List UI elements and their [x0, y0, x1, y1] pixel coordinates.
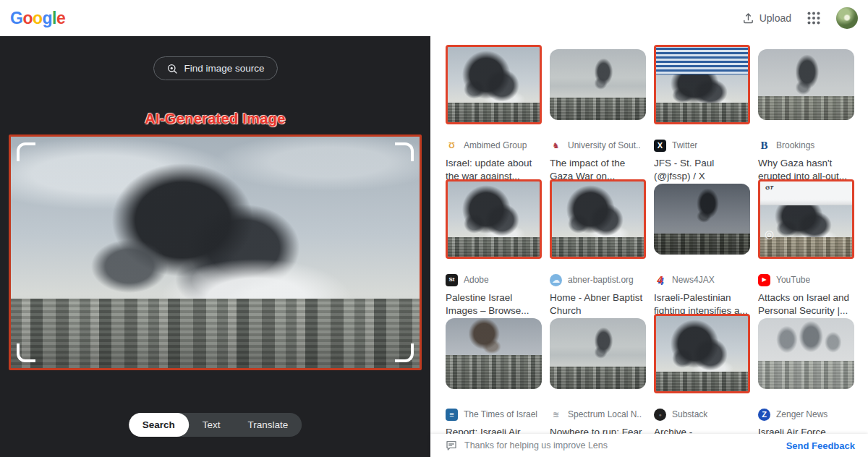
google-logo-letter: o	[33, 9, 43, 27]
google-lens-page: Google Upload Find imag	[0, 0, 868, 457]
upload-icon	[742, 12, 754, 25]
google-apps-icon[interactable]	[807, 12, 820, 25]
source-name: Substack	[672, 409, 707, 419]
source-name: University of Sout..	[568, 140, 641, 150]
result-thumbnail[interactable]	[550, 318, 646, 389]
send-feedback-link[interactable]: Send Feedback	[786, 440, 855, 451]
source-favicon-icon: St	[446, 274, 458, 286]
source-favicon-icon: ≡	[446, 409, 458, 421]
tab-translate[interactable]: Translate	[234, 413, 302, 437]
result-title[interactable]: Home - Abner Baptist Church	[550, 291, 646, 317]
thumbnail-art	[758, 96, 854, 120]
result-title[interactable]: Israeli-Palestinian fighting intensifies…	[654, 291, 750, 317]
source-name: News4JAX	[672, 275, 715, 285]
thumbnail-art	[552, 237, 644, 257]
crop-handle-bottom-left[interactable]	[17, 343, 35, 362]
user-avatar[interactable]	[836, 7, 858, 29]
result-source-row[interactable]: ♞ University of Sout..	[550, 139, 646, 152]
tab-search[interactable]: Search	[129, 413, 189, 437]
result-thumbnail[interactable]	[654, 45, 750, 124]
thumbnail-art	[446, 355, 542, 389]
source-favicon-icon: ≋	[550, 409, 562, 421]
source-name: Zenger News	[776, 409, 827, 419]
result-title[interactable]: Why Gaza hasn't erupted into all-out...	[758, 157, 854, 182]
result-card[interactable]: ▶ YouTube Attacks on Israel and Personal…	[758, 179, 854, 314]
find-image-source-button[interactable]: Find image source	[153, 56, 277, 80]
thumbnail-art	[760, 237, 852, 257]
thumbnail-art	[656, 372, 748, 391]
query-image[interactable]	[9, 134, 422, 370]
google-logo-letter: o	[22, 9, 33, 27]
result-title[interactable]: Palestine Israel Images – Browse...	[446, 291, 542, 317]
result-source-row[interactable]: ≋ Spectrum Local N..	[550, 408, 646, 421]
result-source-row[interactable]: 4 News4JAX	[654, 273, 750, 286]
source-name: Brookings	[776, 140, 814, 150]
source-favicon-icon: Z	[758, 409, 770, 421]
upload-button[interactable]: Upload	[742, 12, 791, 25]
thumbnail-art	[656, 103, 748, 122]
result-card[interactable]: X Twitter JFS - St. Paul (@jfssp) / X	[654, 45, 750, 179]
source-favicon-icon: ♞	[550, 140, 562, 152]
google-logo-letter: g	[43, 9, 53, 27]
result-thumbnail[interactable]	[654, 184, 750, 255]
thumbnail-art	[654, 234, 750, 255]
result-card[interactable]: ● Substack Archive - NEVERMORE MEDIA	[654, 314, 750, 448]
result-source-row[interactable]: ▶ YouTube	[758, 273, 854, 286]
result-title[interactable]: Israel: update about the war against...	[446, 157, 542, 182]
crop-handle-bottom-right[interactable]	[395, 343, 414, 362]
result-thumbnail[interactable]	[550, 49, 646, 120]
thumbnail-art	[550, 98, 646, 120]
result-thumbnail[interactable]	[550, 179, 646, 259]
result-card[interactable]: ≋ Spectrum Local N.. Nowhere to run: Fea…	[550, 314, 646, 448]
result-source-row[interactable]: ≡ The Times of Israel	[446, 408, 542, 421]
google-logo-letter: G	[10, 9, 22, 27]
result-thumbnail[interactable]	[654, 314, 750, 393]
result-title[interactable]: The impact of the Gaza War on...	[550, 157, 646, 182]
result-thumbnail[interactable]	[446, 318, 542, 389]
result-title[interactable]: Attacks on Israel and Personal Security …	[758, 291, 854, 317]
source-name: abner-baptist.org	[568, 275, 634, 285]
lens-mode-tabs: Search Text Translate	[129, 413, 302, 437]
result-card[interactable]: ♞ University of Sout.. The impact of the…	[550, 45, 646, 179]
source-favicon-icon: ☁	[550, 274, 562, 286]
source-name: Ambimed Group	[464, 140, 527, 150]
source-favicon-icon: B	[758, 140, 770, 152]
source-name: The Times of Israel	[464, 409, 537, 419]
result-source-row[interactable]: Z Zenger News	[758, 408, 854, 421]
feedback-bar: Thanks for helping us improve Lens Send …	[430, 434, 868, 457]
thumbnail-art	[448, 237, 540, 257]
source-favicon-icon: 4	[654, 274, 666, 286]
lens-icon	[166, 63, 177, 74]
result-thumbnail[interactable]	[758, 49, 854, 120]
feedback-bubble-icon	[446, 440, 457, 451]
result-source-row[interactable]: X Twitter	[654, 139, 750, 152]
source-name: Adobe	[464, 275, 489, 285]
crop-handle-top-right[interactable]	[395, 142, 414, 161]
thumbnail-art	[448, 103, 540, 122]
result-thumbnail[interactable]	[758, 179, 854, 259]
result-card[interactable]: B Brookings Why Gaza hasn't erupted into…	[758, 45, 854, 179]
source-name: Spectrum Local N..	[568, 409, 642, 419]
source-favicon-icon: Ʊ	[446, 140, 458, 152]
result-card[interactable]: 4 News4JAX Israeli-Palestinian fighting …	[654, 179, 750, 314]
source-name: Twitter	[672, 140, 697, 150]
result-card[interactable]: St Adobe Palestine Israel Images – Brows…	[446, 179, 542, 314]
result-thumbnail[interactable]	[446, 179, 542, 259]
result-card[interactable]: Ʊ Ambimed Group Israel: update about the…	[446, 45, 542, 179]
result-card[interactable]: ≡ The Times of Israel Report: Israeli Ai…	[446, 314, 542, 448]
result-source-row[interactable]: ● Substack	[654, 408, 750, 421]
result-card[interactable]: Z Zenger News Israeli Air Force Targets …	[758, 314, 854, 448]
result-source-row[interactable]: Ʊ Ambimed Group	[446, 139, 542, 152]
feedback-message: Thanks for helping us improve Lens	[464, 440, 608, 450]
result-title[interactable]: JFS - St. Paul (@jfssp) / X	[654, 157, 750, 182]
crop-handle-top-left[interactable]	[17, 142, 35, 161]
result-card[interactable]: ☁ abner-baptist.org Home - Abner Baptist…	[550, 179, 646, 314]
tab-text[interactable]: Text	[189, 413, 234, 437]
ai-generated-annotation: AI-Generated Image	[0, 111, 430, 127]
result-thumbnail[interactable]	[446, 45, 542, 124]
google-logo[interactable]: Google	[10, 9, 65, 28]
result-source-row[interactable]: ☁ abner-baptist.org	[550, 273, 646, 286]
result-source-row[interactable]: B Brookings	[758, 139, 854, 152]
result-thumbnail[interactable]	[758, 318, 854, 389]
result-source-row[interactable]: St Adobe	[446, 273, 542, 286]
